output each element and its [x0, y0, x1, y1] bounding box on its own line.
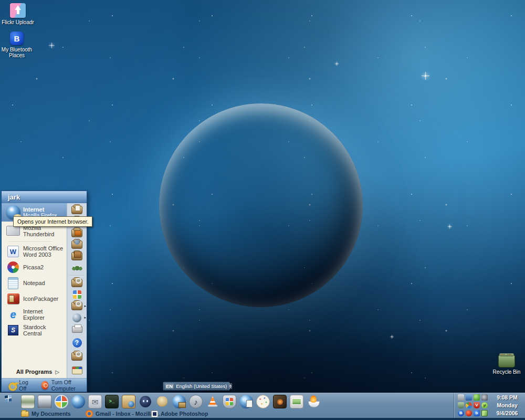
start-item-label: Microsoft Office Word 2003 — [23, 245, 66, 258]
desktop-icon-label: My Bluetooth Places — [0, 47, 34, 58]
log-off-label: Log Off — [19, 379, 33, 392]
security-shield-icon[interactable] — [458, 402, 464, 408]
star-sparkle — [425, 75, 426, 77]
start-item-label: Notepad — [23, 280, 45, 286]
desktop-icon-my-bluetooth-places[interactable]: B My Bluetooth Places — [0, 32, 34, 58]
submenu-arrow-icon: ▸ — [84, 316, 86, 320]
picture-frame-icon[interactable] — [273, 395, 287, 408]
my-computer-icon[interactable] — [38, 395, 51, 408]
start-menu-right-column: ▸ — [67, 203, 87, 378]
desktop-icon-flickr-uploadr[interactable]: Flickr Uploadr — [1, 3, 35, 25]
turn-off-label: Turn Off Computer — [51, 379, 87, 392]
music-player-icon[interactable]: ♪ — [189, 395, 203, 408]
utorrent-icon[interactable]: µ — [481, 402, 488, 408]
vlc-icon[interactable] — [206, 395, 219, 408]
desktop-icon-label: Flickr Uploadr — [2, 19, 34, 25]
control-panel-icon[interactable] — [67, 277, 87, 289]
start-item-picasa[interactable]: Picasa2 — [2, 259, 67, 275]
media-player-icon[interactable] — [55, 395, 68, 408]
start-button-flag-icon[interactable] — [5, 395, 12, 402]
system-tray: V µ B b 9:08 PM Monday 9/4/2006 — [454, 393, 525, 418]
submenu-arrow-icon: ▸ — [84, 304, 86, 308]
bluetooth-icon: B — [10, 32, 24, 45]
my-documents-icon[interactable] — [67, 204, 87, 216]
command-prompt-icon[interactable]: >_ — [105, 395, 119, 408]
menu-separator — [9, 242, 52, 242]
safely-remove-hardware-icon[interactable] — [458, 394, 464, 401]
earth-wallpaper — [159, 103, 363, 307]
program-access-defaults-icon[interactable] — [67, 289, 87, 300]
start-item-label: Picasa2 — [23, 264, 44, 270]
folder-globe-icon[interactable] — [122, 395, 135, 408]
volume-icon[interactable] — [481, 394, 488, 401]
all-programs-button[interactable]: All Programs ▷ — [2, 365, 67, 378]
network-folder-icon[interactable] — [172, 395, 186, 408]
run-icon[interactable] — [67, 363, 87, 377]
laptop-icon[interactable] — [21, 395, 35, 408]
start-menu-user: jark — [2, 191, 87, 203]
log-off-button[interactable]: Log Off — [8, 379, 33, 392]
toolbar-my-documents[interactable]: My Documents — [21, 409, 71, 418]
network-status-icon[interactable] — [466, 394, 472, 401]
paint-palette-icon[interactable] — [256, 395, 270, 408]
clock-day: Monday — [491, 402, 523, 410]
task-gmail-firefox[interactable]: Gmail - Inbox - Mozilla ... — [86, 409, 160, 418]
start-item-iconpackager[interactable]: IconPackager — [2, 291, 67, 307]
antivirus-icon[interactable]: V — [474, 402, 480, 408]
feather-fire-icon[interactable] — [307, 395, 320, 408]
desktop-icon-recycle-bin[interactable]: Recycle Bin — [490, 355, 523, 375]
flickr-uploadr-icon — [10, 3, 26, 18]
clock[interactable]: 9:08 PM Monday 9/4/2006 — [491, 394, 523, 417]
my-music-icon[interactable] — [67, 239, 87, 250]
photo-viewer-icon[interactable] — [290, 395, 303, 408]
start-item-label: Internet Explorer — [23, 308, 66, 321]
start-menu-footer: Log Off Turn Off Computer — [2, 378, 87, 392]
memory-card-icon[interactable] — [481, 410, 488, 416]
turn-off-computer-button[interactable]: Turn Off Computer — [41, 379, 87, 392]
windows-security-icon[interactable] — [223, 395, 236, 408]
quick-launch-bar: ✉ >_ ♪ — [21, 395, 320, 408]
firefox-alien-icon[interactable] — [155, 395, 169, 408]
my-network-places-icon[interactable] — [67, 262, 87, 274]
email-icon[interactable]: ✉ — [88, 395, 102, 408]
bluetooth-icon[interactable]: B — [458, 410, 464, 416]
help-and-support-icon[interactable]: ? — [67, 336, 87, 350]
language-options-button[interactable] — [229, 383, 232, 389]
star-sparkle — [51, 45, 52, 46]
star-sparkle — [337, 64, 338, 65]
star-sparkle — [392, 337, 392, 337]
messenger-icon[interactable] — [139, 395, 152, 408]
internet-docs-icon[interactable] — [239, 395, 253, 408]
task-icon — [86, 410, 93, 417]
all-programs-label: All Programs — [16, 369, 52, 375]
taskbar-bottom-strip — [0, 418, 525, 420]
task-adobe-photoshop[interactable]: Adobe Photoshop — [151, 409, 208, 418]
start-item-internet-explorer[interactable]: e Internet Explorer — [2, 307, 67, 322]
language-bar[interactable]: EN English (United States) — [163, 382, 230, 391]
firewall-icon[interactable] — [466, 410, 472, 416]
printers-and-faxes-icon[interactable] — [67, 323, 87, 335]
start-item-stardock-central[interactable]: S Stardock Central — [2, 322, 67, 338]
key-icon — [7, 380, 17, 391]
start-item-notepad[interactable]: Notepad — [2, 275, 67, 291]
my-pictures-icon[interactable] — [67, 227, 87, 239]
start-item-label: IconPackager — [23, 296, 58, 302]
desktop-theme-icon[interactable] — [474, 394, 480, 401]
search-icon[interactable] — [67, 350, 87, 363]
my-computer-icon[interactable] — [67, 250, 87, 262]
task-button-row: My Documents Gmail - Inbox - Mozilla ...… — [0, 409, 457, 418]
network-connections-icon[interactable]: ▸ — [67, 312, 87, 323]
stardock-tray-icon[interactable] — [466, 402, 472, 408]
task-icon — [151, 411, 158, 417]
task-icon — [21, 411, 29, 417]
thunderbird-envelope-icon — [6, 226, 20, 236]
internet-globe-icon[interactable] — [71, 395, 85, 408]
tooltip: Opens your Internet browser. — [13, 216, 92, 227]
star-sparkle — [449, 226, 450, 227]
desktop-icon-label: Recycle Bin — [493, 369, 521, 375]
start-item-word[interactable]: W Microsoft Office Word 2003 — [2, 244, 67, 259]
bluetooth-device-icon[interactable]: b — [474, 410, 480, 416]
task-label: Gmail - Inbox - Mozilla ... — [96, 411, 160, 417]
connect-to-icon[interactable]: ▸ — [67, 300, 87, 312]
tray-icons: V µ B b — [458, 394, 489, 417]
